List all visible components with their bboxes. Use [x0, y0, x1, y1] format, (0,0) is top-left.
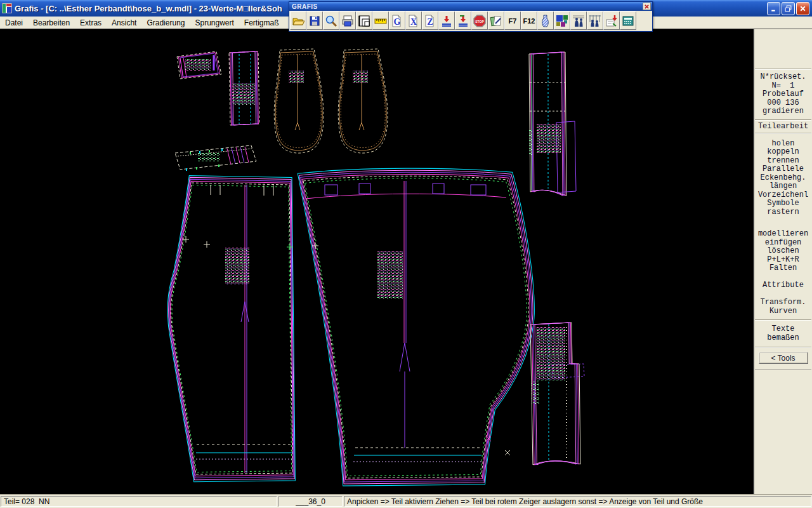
svg-text:X: X [410, 17, 417, 27]
notes-button[interactable] [488, 11, 504, 30]
toolbar-buttons: G X Z STOP F7 F12 [289, 11, 652, 30]
notes-icon [490, 15, 502, 27]
pattern-piece-pocket-bag-right[interactable] [338, 49, 388, 153]
print-button[interactable] [339, 11, 356, 30]
pattern-piece-side-strip-top[interactable] [529, 52, 576, 196]
sidebar-item-symbole[interactable]: Symbole [754, 199, 812, 208]
toolbar-close-button[interactable] [643, 3, 651, 10]
figures-grid-icon [589, 15, 601, 27]
sidebar-item-attribute[interactable]: Attribute [754, 281, 812, 290]
sidebar-separator [755, 319, 811, 321]
restore-icon [785, 5, 792, 12]
sidebar-item-counter: 000 136 [754, 99, 812, 108]
pattern-piece-waistband-long[interactable] [175, 145, 256, 171]
color-mosaic-button[interactable] [554, 11, 570, 30]
sidebar-item-vorzeichenl[interactable]: Vorzeichenl [754, 191, 812, 200]
page-formats-button[interactable] [356, 11, 372, 30]
grade-file-z-button[interactable]: Z [422, 11, 438, 30]
grade-file-x-button[interactable]: X [405, 11, 422, 30]
drawing-canvas[interactable] [0, 29, 754, 494]
download-alt-icon [457, 15, 469, 27]
grade-file-x-icon: X [407, 15, 420, 27]
open-icon [292, 15, 304, 27]
pattern-piece-pocket-bag-left[interactable] [274, 49, 324, 153]
save-button[interactable] [306, 11, 323, 30]
sidebar-section-teilearbeit: Teilearbeit [754, 121, 812, 132]
download-alt-button[interactable] [455, 11, 471, 30]
close-button[interactable] [796, 2, 809, 15]
color-mosaic-icon [556, 15, 568, 27]
f7-button[interactable]: F7 [504, 11, 521, 30]
figures-grid-button[interactable] [587, 11, 603, 30]
sidebar-separator [755, 69, 811, 70]
pattern-piece-waistband-small[interactable] [177, 51, 221, 79]
status-hint: Anpicken => Teil aktiviern Ziehen => Tei… [344, 496, 811, 507]
restore-button[interactable] [782, 2, 795, 15]
sidebar-item-falten[interactable]: Falten [754, 264, 812, 273]
command-sidebar: N*rückset. N= 1 Probelauf 000 136 gradie… [753, 29, 812, 494]
sidebar-item-laengen[interactable]: längen [754, 182, 812, 191]
sidebar-item-transform[interactable]: Transform. [754, 298, 812, 307]
pattern-piece-fly-strip[interactable] [229, 51, 259, 125]
sidebar-item-modellieren[interactable]: modellieren [754, 230, 812, 239]
grafis-toolbar-window[interactable]: GRAFIS G X Z STOP F7 F12 [289, 1, 653, 32]
sidebar-item-bemassen[interactable]: bemaßen [754, 334, 812, 343]
download-button[interactable] [438, 11, 455, 30]
menu-extras[interactable]: Extras [75, 17, 107, 29]
menu-ansicht[interactable]: Ansicht [107, 17, 141, 29]
menu-datei[interactable]: Datei [0, 17, 28, 29]
sidebar-item-einfuegen[interactable]: einfügen [754, 239, 812, 248]
download-icon [440, 15, 453, 27]
sidebar-separator [755, 133, 811, 134]
toolbar-caption[interactable]: GRAFIS [289, 2, 652, 11]
sidebar-separator [755, 369, 811, 370]
figures-icon [572, 15, 585, 27]
export-button[interactable] [603, 11, 620, 30]
sidebar-item-trennen[interactable]: trennen [754, 157, 812, 166]
minimize-button[interactable] [767, 2, 780, 15]
sidebar-item-koppeln[interactable]: koppeln [754, 148, 812, 157]
pattern-piece-side-strip-bottom[interactable] [530, 323, 584, 465]
sidebar-item-probelauf[interactable]: Probelauf [754, 90, 812, 99]
menu-fertigmass[interactable]: Fertigmaß [239, 17, 284, 29]
grafis-logo-icon [2, 3, 12, 13]
calculator-button[interactable] [620, 11, 636, 30]
sidebar-item-texte[interactable]: Texte [754, 325, 812, 334]
sidebar-item-n-rueckset[interactable]: N*rückset. [754, 73, 812, 82]
sidebar-item-eckenbehg[interactable]: Eckenbehg. [754, 174, 812, 183]
zoom-icon [325, 15, 337, 27]
zoom-button[interactable] [323, 11, 339, 30]
sidebar-item-holen[interactable]: holen [754, 140, 812, 149]
hatch-piece-button[interactable] [537, 11, 554, 30]
pattern-piece-trouser-back[interactable] [298, 168, 534, 486]
sidebar-item-n-value[interactable]: N= 1 [754, 82, 812, 91]
sidebar-item-loeschen[interactable]: löschen [754, 247, 812, 256]
status-part-info: Teil= 028 NN [1, 496, 277, 507]
sidebar-item-rastern[interactable]: rastern [754, 208, 812, 217]
status-bar: Teil= 028 NN ___36_0 Anpicken => Teil ak… [0, 494, 812, 508]
sidebar-item-kurven[interactable]: Kurven [754, 307, 812, 316]
print-icon [341, 15, 354, 27]
sidebar-item-parallele[interactable]: Parallele [754, 165, 812, 174]
sidebar-item-gradieren[interactable]: gradieren [754, 107, 812, 116]
ruler-icon [374, 15, 387, 27]
close-icon [799, 5, 806, 12]
menu-gradierung[interactable]: Gradierung [141, 17, 190, 29]
grade-file-g-button[interactable]: G [389, 11, 405, 30]
grade-file-g-icon: G [391, 15, 403, 27]
f12-button[interactable]: F12 [521, 11, 537, 30]
calculator-icon [622, 15, 634, 27]
svg-text:STOP: STOP [475, 19, 484, 23]
pattern-piece-trouser-front[interactable] [167, 175, 295, 481]
tools-button[interactable]: < Tools [759, 352, 808, 364]
menu-bearbeiten[interactable]: Bearbeiten [28, 17, 75, 29]
menu-sprungwert[interactable]: Sprungwert [190, 17, 239, 29]
open-button[interactable] [290, 11, 306, 30]
export-icon [605, 15, 618, 27]
figures-button[interactable] [570, 11, 587, 30]
minimize-icon [770, 5, 777, 12]
sidebar-item-plkr[interactable]: P+L+K+R [754, 256, 812, 265]
svg-text:Z: Z [427, 17, 433, 27]
ruler-button[interactable] [372, 11, 389, 30]
stop-button[interactable]: STOP [471, 11, 488, 30]
